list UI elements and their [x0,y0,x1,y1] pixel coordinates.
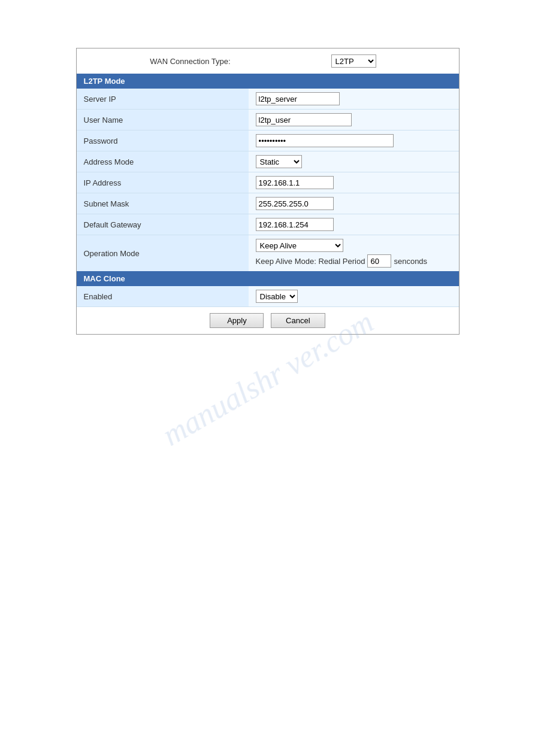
ip-address-input[interactable] [256,176,334,189]
subnet-mask-row: Subnet Mask [77,193,459,214]
password-input[interactable] [256,134,394,147]
server-ip-input[interactable] [256,92,340,105]
main-container: WAN Connection Type: L2TP DHCP Static IP… [76,48,460,335]
user-name-label: User Name [77,110,249,130]
keep-alive-period-input[interactable] [367,254,391,268]
cancel-button[interactable]: Cancel [271,313,325,328]
password-label: Password [77,130,249,151]
ip-address-row: IP Address [77,172,459,193]
apply-button[interactable]: Apply [210,313,264,328]
password-cell [249,130,459,151]
subnet-mask-cell [249,193,459,214]
wan-connection-type-row: WAN Connection Type: L2TP DHCP Static IP… [77,48,459,74]
user-name-input[interactable] [256,113,352,126]
password-row: Password [77,130,459,151]
mac-clone-enabled-select[interactable]: Disable Enable [256,290,298,303]
l2tp-section-header: L2TP Mode [77,74,459,89]
keep-alive-line: Keep Alive Mode: Redial Period senconds [256,254,452,268]
mac-clone-enabled-cell: Disable Enable [249,286,459,306]
mac-clone-enabled-label: Enabled [77,286,249,306]
user-name-cell [249,110,459,130]
l2tp-table: Server IP User Name Password Address Mod… [77,89,459,271]
default-gateway-label: Default Gateway [77,214,249,235]
wan-connection-type-select[interactable]: L2TP DHCP Static IP PPPoE [331,54,376,68]
address-mode-row: Address Mode Static Dynamic [77,151,459,172]
server-ip-label: Server IP [77,89,249,110]
operation-mode-label: Operation Mode [77,235,249,272]
subnet-mask-input[interactable] [256,197,334,210]
mac-clone-table: Enabled Disable Enable [77,286,459,306]
default-gateway-input[interactable] [256,218,334,231]
ip-address-label: IP Address [77,172,249,193]
operation-mode-cell: Keep Alive Connect on Demand Manual Keep… [249,235,459,272]
wan-connection-type-label: WAN Connection Type: [77,48,249,74]
keep-alive-text: Keep Alive Mode: Redial Period [256,257,365,266]
operation-mode-row: Operation Mode Keep Alive Connect on Dem… [77,235,459,272]
operation-mode-select-wrapper: Keep Alive Connect on Demand Manual [256,239,452,252]
server-ip-row: Server IP [77,89,459,110]
default-gateway-cell [249,214,459,235]
keep-alive-unit: senconds [394,257,427,266]
server-ip-cell [249,89,459,110]
ip-address-cell [249,172,459,193]
operation-mode-select[interactable]: Keep Alive Connect on Demand Manual [256,239,343,252]
mac-clone-enabled-row: Enabled Disable Enable [77,286,459,306]
operation-mode-inner: Keep Alive Connect on Demand Manual Keep… [256,239,452,268]
mac-clone-section-header: MAC Clone [77,271,459,286]
subnet-mask-label: Subnet Mask [77,193,249,214]
address-mode-cell: Static Dynamic [249,151,459,172]
user-name-row: User Name [77,110,459,130]
form-table: WAN Connection Type: L2TP DHCP Static IP… [77,48,459,74]
button-row: Apply Cancel [77,306,459,334]
address-mode-select[interactable]: Static Dynamic [256,155,302,168]
wan-connection-type-cell: L2TP DHCP Static IP PPPoE [249,48,459,74]
address-mode-label: Address Mode [77,151,249,172]
default-gateway-row: Default Gateway [77,214,459,235]
